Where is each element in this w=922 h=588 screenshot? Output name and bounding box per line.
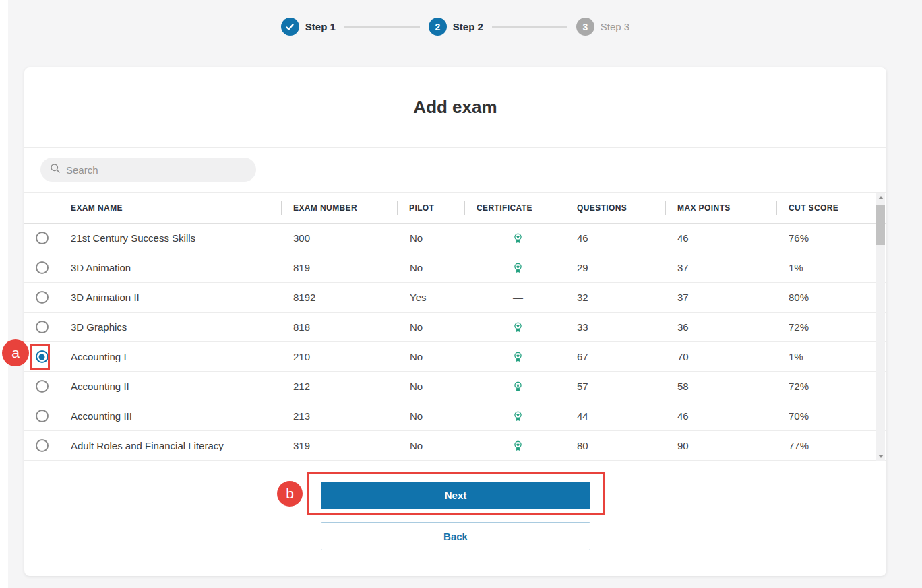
exam-name-cell: Accounting III — [59, 410, 281, 422]
cut-score-cell: 72% — [776, 381, 878, 392]
exam-number-cell: 212 — [281, 381, 397, 392]
search-section — [24, 148, 886, 193]
exam-table-body: 21st Century Success Skills 300 No 46 46… — [24, 224, 886, 461]
step-2[interactable]: 2 Step 2 — [429, 18, 483, 36]
exam-number-cell: 818 — [281, 321, 397, 333]
exam-radio[interactable] — [36, 321, 49, 333]
cut-score-cell: 76% — [776, 232, 878, 244]
max-points-cell: 90 — [665, 440, 776, 451]
table-row[interactable]: 21st Century Success Skills 300 No 46 46… — [24, 224, 886, 253]
step-1-check-icon — [281, 18, 299, 36]
questions-cell: 46 — [565, 232, 665, 244]
step-3-number: 3 — [576, 18, 594, 36]
cut-score-cell: 72% — [776, 321, 878, 333]
pilot-cell: Yes — [397, 292, 464, 303]
table-row[interactable]: Accounting II 212 No 57 58 72% — [24, 372, 886, 401]
search-icon — [50, 163, 61, 176]
column-header-certificate: CERTIFICATE — [464, 203, 565, 213]
questions-cell: 32 — [565, 292, 665, 303]
step-connector — [492, 26, 567, 28]
questions-cell: 33 — [565, 321, 665, 333]
exam-radio[interactable] — [36, 232, 49, 244]
annotation-box-b — [307, 472, 605, 515]
back-button[interactable]: Back — [321, 522, 590, 550]
wizard-stepper: Step 1 2 Step 2 3 Step 3 — [24, 18, 886, 36]
step-3[interactable]: 3 Step 3 — [576, 18, 629, 36]
certificate-cell — [464, 381, 565, 392]
exam-name-cell: Adult Roles and Financial Literacy — [59, 440, 281, 451]
cut-score-cell: 77% — [776, 440, 878, 451]
annotation-box-a — [30, 344, 50, 370]
page-title: Add exam — [413, 97, 497, 118]
step-connector — [344, 26, 420, 28]
column-header-pilot: PILOT — [397, 203, 464, 213]
pilot-cell: No — [397, 262, 464, 273]
step-1[interactable]: Step 1 — [281, 18, 336, 36]
certificate-cell — [464, 352, 565, 362]
pilot-cell: No — [397, 321, 464, 333]
exam-name-cell: 3D Graphics — [59, 321, 281, 333]
scrollbar-up-arrow-icon[interactable] — [876, 193, 885, 202]
exam-radio[interactable] — [36, 261, 49, 274]
exam-number-cell: 319 — [281, 440, 397, 451]
pilot-cell: No — [397, 440, 464, 451]
exam-number-cell: 210 — [281, 351, 397, 362]
exam-name-cell: 3D Animation II — [59, 292, 281, 303]
step-1-label: Step 1 — [305, 21, 336, 32]
questions-cell: 80 — [565, 440, 665, 451]
step-3-label: Step 3 — [601, 21, 629, 32]
certificate-cell — [464, 322, 565, 333]
pilot-cell: No — [397, 351, 464, 362]
search-input[interactable] — [66, 164, 247, 176]
annotation-marker-b: b — [277, 481, 303, 507]
max-points-cell: 46 — [665, 410, 776, 422]
column-header-exam-number: EXAM NUMBER — [281, 203, 397, 213]
certificate-cell — [464, 440, 565, 451]
cut-score-cell: 70% — [776, 410, 878, 422]
table-row[interactable]: 3D Animation II 8192 Yes — 32 37 80% — [24, 283, 886, 313]
certificate-medal-icon — [513, 263, 523, 273]
pilot-cell: No — [397, 381, 464, 392]
cut-score-cell: 1% — [776, 351, 878, 362]
scrollbar-down-arrow-icon[interactable] — [876, 451, 885, 461]
pilot-cell: No — [397, 232, 464, 244]
questions-cell: 67 — [565, 351, 665, 362]
exam-name-cell: Accounting II — [59, 381, 281, 392]
exam-radio[interactable] — [36, 380, 49, 393]
certificate-medal-icon — [513, 440, 523, 451]
table-header-row: EXAM NAME EXAM NUMBER PILOT CERTIFICATE … — [24, 193, 886, 224]
exam-radio[interactable] — [36, 291, 49, 304]
exam-number-cell: 8192 — [281, 292, 397, 303]
max-points-cell: 70 — [665, 351, 776, 362]
questions-cell: 44 — [565, 410, 665, 422]
table-row[interactable]: Accounting I 210 No 67 70 1% — [24, 342, 886, 372]
table-row[interactable]: 3D Graphics 818 No 33 36 72% — [24, 313, 886, 342]
max-points-cell: 37 — [665, 292, 776, 303]
exam-name-cell: Accounting I — [59, 351, 281, 362]
exam-number-cell: 300 — [281, 232, 397, 244]
annotation-marker-a: a — [2, 339, 29, 366]
max-points-cell: 37 — [665, 262, 776, 273]
cut-score-cell: 80% — [776, 292, 878, 303]
table-row[interactable]: 3D Animation 819 No 29 37 1% — [24, 253, 886, 283]
table-row[interactable]: Accounting III 213 No 44 46 70% — [24, 401, 886, 431]
table-scrollbar[interactable] — [876, 193, 885, 461]
exam-name-cell: 21st Century Success Skills — [59, 232, 281, 244]
exam-radio[interactable] — [36, 439, 49, 452]
step-2-number: 2 — [429, 18, 447, 36]
exam-radio[interactable] — [36, 410, 49, 422]
table-row[interactable]: Adult Roles and Financial Literacy 319 N… — [24, 431, 886, 461]
certificate-medal-icon — [513, 322, 523, 333]
certificate-cell — [464, 263, 565, 273]
search-box[interactable] — [40, 158, 256, 182]
exam-number-cell: 819 — [281, 262, 397, 273]
certificate-medal-icon — [513, 381, 523, 392]
certificate-medal-icon — [513, 352, 523, 362]
column-header-exam-name: EXAM NAME — [24, 203, 281, 213]
column-header-max-points: MAX POINTS — [665, 203, 776, 213]
certificate-cell — [464, 233, 565, 244]
column-header-questions: QUESTIONS — [565, 203, 665, 213]
certificate-medal-icon — [513, 233, 523, 244]
scrollbar-thumb[interactable] — [876, 205, 885, 245]
pilot-cell: No — [397, 410, 464, 422]
